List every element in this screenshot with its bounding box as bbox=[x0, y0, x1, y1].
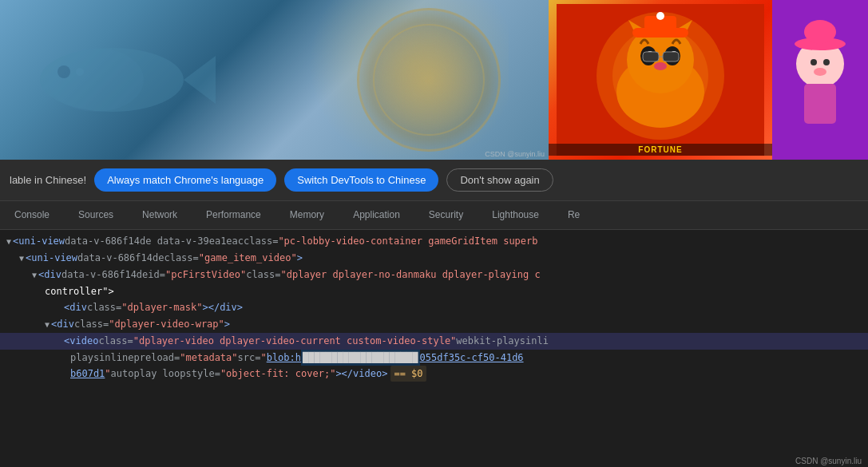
censored-url: ████████████████████ bbox=[301, 350, 420, 366]
tab-more[interactable]: Re bbox=[553, 201, 594, 230]
tab-sources[interactable]: Sources bbox=[64, 201, 128, 230]
html-line-4: controller"> bbox=[0, 283, 868, 299]
notification-text: lable in Chinese! bbox=[10, 174, 86, 186]
collapse-arrow-2[interactable]: ▼ bbox=[19, 251, 24, 267]
blob-url-start[interactable]: blob:h bbox=[267, 350, 301, 366]
html-line-1[interactable]: ▼ <uni-view data-v-686f14de data-v-39ea1… bbox=[0, 233, 868, 250]
coin-inner bbox=[373, 24, 485, 136]
notification-bar: lable in Chinese! Always match Chrome's … bbox=[0, 160, 868, 201]
tab-console[interactable]: Console bbox=[0, 201, 64, 230]
svg-marker-3 bbox=[184, 56, 216, 104]
tab-lighthouse[interactable]: Lighthouse bbox=[478, 201, 553, 230]
html-line-6[interactable]: ▼ <div class="dplayer-video-wrap" > bbox=[0, 316, 868, 333]
tab-network[interactable]: Network bbox=[128, 201, 192, 230]
tab-security[interactable]: Security bbox=[414, 201, 478, 230]
watermark: CSDN @sunyin.liu bbox=[485, 150, 545, 158]
collapse-arrow-6[interactable]: ▼ bbox=[45, 317, 50, 333]
html-line-3[interactable]: ▼ <div data-v-686f14de id="pcFirstVideo"… bbox=[0, 267, 868, 283]
svg-point-29 bbox=[814, 68, 826, 76]
always-match-language-button[interactable]: Always match Chrome's language bbox=[94, 168, 276, 192]
html-line-9[interactable]: b607d1 " autoplay loop style="object-fit… bbox=[0, 366, 868, 382]
html-line-2[interactable]: ▼ <uni-view data-v-686f14de class="game_… bbox=[0, 250, 868, 267]
fish-silhouette bbox=[16, 24, 216, 136]
switch-devtools-language-button[interactable]: Switch DevTools to Chinese bbox=[284, 168, 438, 192]
html-line-7[interactable]: ▶ <video class="dplayer-video dplayer-vi… bbox=[0, 333, 868, 350]
top-left-image: CSDN @sunyin.liu bbox=[0, 0, 549, 160]
game-tile-character bbox=[772, 0, 868, 160]
devtools-tabbar: Console Sources Network Performance Memo… bbox=[0, 201, 868, 230]
svg-point-2 bbox=[40, 48, 184, 112]
svg-point-4 bbox=[57, 65, 70, 78]
coin-circle bbox=[357, 8, 501, 152]
fortune-banner: FORTUNE bbox=[549, 144, 772, 156]
svg-point-28 bbox=[823, 59, 830, 65]
svg-point-14 bbox=[654, 62, 667, 70]
dollar-sign-indicator: == $0 bbox=[390, 366, 426, 382]
game-tile-tiger: FORTUNE bbox=[549, 0, 772, 160]
tab-performance[interactable]: Performance bbox=[192, 201, 275, 230]
svg-rect-30 bbox=[804, 84, 836, 124]
top-image-area: CSDN @sunyin.liu bbox=[0, 0, 868, 160]
svg-point-27 bbox=[811, 59, 817, 65]
html-panel: ▼ <uni-view data-v-686f14de data-v-39ea1… bbox=[0, 230, 868, 467]
tiger-svg bbox=[557, 4, 764, 156]
dont-show-again-button[interactable]: Don't show again bbox=[446, 168, 553, 192]
html-line-5[interactable]: ▶ <div class="dplayer-mask" ></div> bbox=[0, 299, 868, 316]
svg-point-22 bbox=[656, 12, 664, 20]
attribution-text: CSDN @sunyin.liu bbox=[795, 457, 862, 465]
blob-url-end[interactable]: 055df35c-cf50-41d6 bbox=[420, 350, 524, 366]
tab-memory[interactable]: Memory bbox=[275, 201, 339, 230]
collapse-arrow-1[interactable]: ▼ bbox=[6, 234, 11, 250]
top-right-images: FORTUNE bbox=[549, 0, 868, 160]
svg-rect-17 bbox=[643, 52, 659, 61]
svg-rect-18 bbox=[663, 52, 679, 61]
character-svg bbox=[772, 0, 868, 160]
tab-application[interactable]: Application bbox=[339, 201, 414, 230]
svg-rect-26 bbox=[804, 20, 836, 44]
html-line-8[interactable]: playsinline preload="metadata" src="blob… bbox=[0, 350, 868, 366]
collapse-arrow-3[interactable]: ▼ bbox=[32, 267, 37, 283]
blob-url-suffix[interactable]: b607d1 bbox=[70, 366, 105, 382]
